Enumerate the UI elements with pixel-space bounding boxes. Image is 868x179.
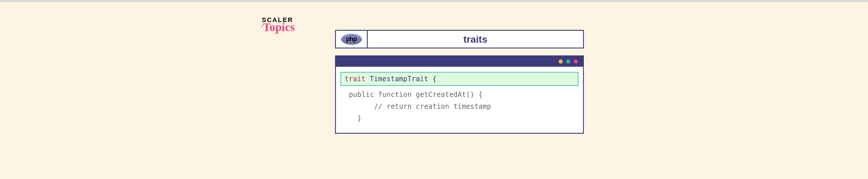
- php-icon: php: [341, 34, 362, 45]
- code-body: trait TimestampTrait { public function g…: [336, 67, 583, 133]
- trait-name: TimestampTrait: [370, 75, 428, 83]
- header-title: traits: [368, 31, 583, 48]
- traffic-light-minimize-icon: [559, 59, 563, 63]
- main-panel: php traits trait TimestampTrait { public…: [335, 30, 584, 134]
- traffic-light-zoom-icon: [566, 59, 570, 63]
- logo-line2: •Topics: [262, 23, 294, 31]
- header-bar: php traits: [335, 30, 584, 48]
- traffic-light-close-icon: [574, 59, 578, 63]
- highlighted-line: trait TimestampTrait {: [341, 72, 578, 86]
- code-line-2: // return creation timestamp: [341, 101, 578, 112]
- scaler-topics-logo: SCALER •Topics: [262, 16, 294, 31]
- keyword-trait: trait: [345, 75, 365, 83]
- php-badge-cell: php: [336, 31, 368, 48]
- code-line-1: public function getCreatedAt() {: [341, 89, 578, 101]
- window-titlebar: [336, 56, 583, 67]
- brace-open: {: [432, 75, 436, 83]
- code-window: trait TimestampTrait { public function g…: [335, 55, 584, 134]
- logo-line2-text: Topics: [263, 21, 295, 34]
- code-line-3: }: [341, 112, 578, 125]
